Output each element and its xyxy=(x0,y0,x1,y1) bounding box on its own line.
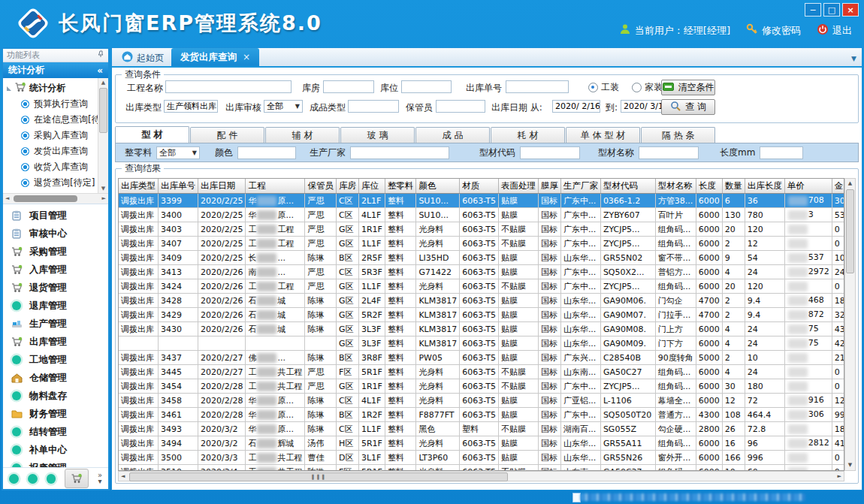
material-tab-7[interactable]: 单 体 型 材 xyxy=(566,127,640,143)
sidebar-item-审核中心[interactable]: 审核中心 xyxy=(3,225,108,243)
table-row[interactable]: 调拨出库34282020/2/26石城陈琳G区2L4F整料KLM38176063… xyxy=(119,294,844,308)
more-modules-button[interactable]: »▾ xyxy=(98,472,102,484)
radio-gongzhuang[interactable]: 工装 xyxy=(588,81,619,94)
sidebar-item-生产管理[interactable]: 生产管理 xyxy=(3,315,108,333)
material-tab-2[interactable]: 配 件 xyxy=(190,127,264,143)
scroll-thumb[interactable]: ❚❚❚ xyxy=(129,472,508,481)
cart-module-button[interactable] xyxy=(65,469,89,488)
tree-expander-icon[interactable] xyxy=(7,86,11,91)
sidebar-item-采购管理[interactable]: 采购管理 xyxy=(3,243,108,261)
column-header[interactable]: 长度 xyxy=(696,179,722,194)
tree-item[interactable]: 退货查询[待定] xyxy=(3,175,108,191)
column-header[interactable]: 出库单号 xyxy=(159,179,198,194)
column-header[interactable]: 膜厚 xyxy=(538,179,560,194)
material-tab-3[interactable]: 辅 材 xyxy=(265,127,340,143)
table-row[interactable]: 调拨出库35002020/3/3工共工程曹佳D区3L1F整料LT3P606063… xyxy=(119,451,844,465)
scroll-down-icon[interactable]: ▼ xyxy=(845,460,855,470)
module-dot-button[interactable] xyxy=(47,474,56,484)
whole-scrap-select[interactable]: 全部▼ xyxy=(156,146,200,159)
tab-close-icon[interactable]: × xyxy=(243,52,250,62)
table-row[interactable]: 调拨出库34072020/2/25工工程严思G区1L1F整料光身料6063-T5… xyxy=(119,237,844,251)
tree-item[interactable]: 预算执行查询 xyxy=(3,96,108,112)
sidebar-item-项目管理[interactable]: 项目管理 xyxy=(3,207,108,225)
manufacturer-input[interactable] xyxy=(350,146,449,159)
table-row[interactable]: 调拨出库34942020/3/2石辉城汤伟H区5R1F整料光身料6063-T5贴… xyxy=(119,436,844,451)
maximize-button[interactable]: □ xyxy=(823,3,840,17)
sidebar-item-财务管理[interactable]: 财务管理 xyxy=(3,405,108,423)
minimize-button[interactable]: − xyxy=(805,3,821,17)
column-header[interactable]: 整零料 xyxy=(385,179,416,194)
sidebar-item-结转管理[interactable]: 结转管理 xyxy=(3,423,108,441)
scroll-thumb[interactable] xyxy=(14,195,77,202)
sidebar-item-入库管理[interactable]: 入库管理 xyxy=(3,261,108,279)
length-input[interactable] xyxy=(760,146,803,159)
change-password-button[interactable]: 修改密码 xyxy=(746,23,801,38)
tree-vertical-scrollbar[interactable]: ▲ ▼ xyxy=(98,78,108,193)
table-row[interactable]: 调拨出库34932020/3/2华原...陈琳C区1L1F整料黑色塑料不贴膜国标… xyxy=(119,422,844,436)
column-header[interactable]: 材质 xyxy=(460,179,499,194)
column-header[interactable]: 颜色 xyxy=(416,179,460,194)
table-row[interactable]: 调拨出库34612020/2/28华原...陈琳B区1R2F整料F8877FT6… xyxy=(119,408,844,422)
project-name-input[interactable] xyxy=(165,80,292,93)
tab-list-caret-icon[interactable]: ▼ xyxy=(851,55,856,62)
scroll-right-icon[interactable]: ► xyxy=(102,194,106,204)
column-header[interactable]: 库位 xyxy=(358,179,385,194)
tab-home[interactable]: 起始页 xyxy=(114,50,171,66)
sidebar-item-补单中心[interactable]: 补单中心 xyxy=(3,441,108,459)
sidebar-item-退库管理[interactable]: 退库管理 xyxy=(3,297,108,315)
table-row[interactable]: 调拨出库33992020/2/25华原...严思C区2L1F整料SU10...6… xyxy=(119,194,844,208)
table-row[interactable]: 调拨出库34242020/2/26工工程严思G区1L1F整料光身料6063-T5… xyxy=(119,279,844,294)
tree-item[interactable]: 采购入库查询 xyxy=(3,128,108,143)
sidebar-item-仓储管理[interactable]: 仓储管理 xyxy=(3,369,108,387)
scroll-thumb[interactable] xyxy=(99,88,107,133)
table-row[interactable]: 调拨出库34452020/2/27工共工程严思F区5R1F整料光身料6063-T… xyxy=(119,365,844,379)
module-dot-button[interactable] xyxy=(9,474,19,484)
tree-item[interactable]: 在途信息查询[待 xyxy=(3,112,108,128)
sidebar-item-工地管理[interactable]: 工地管理 xyxy=(3,351,108,369)
material-tab-5[interactable]: 成 品 xyxy=(415,127,490,143)
warehouse-input[interactable] xyxy=(323,80,374,93)
tree-horizontal-scrollbar[interactable]: ◄ ► xyxy=(3,193,108,204)
color-input[interactable] xyxy=(237,146,296,159)
column-header[interactable]: 工程 xyxy=(246,179,305,194)
clear-conditions-button[interactable]: 清空条件 xyxy=(661,80,715,95)
column-header[interactable]: 金 xyxy=(832,179,844,194)
table-horizontal-scrollbar[interactable]: ◄ ❚❚❚ ► xyxy=(118,471,844,481)
pin-icon[interactable] xyxy=(97,50,104,60)
table-row[interactable]: 调拨出库34092020/2/25长...陈琳B区2R5F整料LI35HD606… xyxy=(119,251,844,265)
table-row[interactable]: 调拨出库34002020/2/25华原...严思C区4L1F整料SU10...6… xyxy=(119,208,844,222)
table-vertical-scrollbar[interactable]: ▲ ▼ xyxy=(844,178,856,471)
table-row[interactable]: G区3L3F整料KLM38176063-T5贴膜国标山东华...GA90M09.… xyxy=(119,337,844,351)
column-header[interactable]: 出库日期 xyxy=(198,179,246,194)
keeper-input[interactable] xyxy=(436,100,485,113)
column-header[interactable]: 表面处理 xyxy=(498,179,538,194)
table-row[interactable]: 调拨出库35102020/3/4工共工程陈琳F区5R1F整料光身料6063-T5… xyxy=(119,465,844,472)
scroll-thumb[interactable] xyxy=(846,189,854,273)
order-no-input[interactable] xyxy=(506,80,569,93)
table-row[interactable]: 调拨出库34032020/2/25工工程严思G区1R1F整料光身料6063-T5… xyxy=(119,222,844,237)
table-row[interactable]: 调拨出库34302020/2/26石城陈琳G区3L3F整料KLM38176063… xyxy=(119,322,844,337)
column-header[interactable]: 数量 xyxy=(722,179,745,194)
location-input[interactable] xyxy=(401,80,452,93)
tree-item[interactable]: 发货出库查询 xyxy=(3,143,108,159)
column-header[interactable]: 出库类型 xyxy=(119,179,159,194)
table-row[interactable]: 调拨出库34132020/2/26南...严思C区5R3F整料G71422606… xyxy=(119,265,844,279)
audit-select[interactable]: 全部▼ xyxy=(264,100,303,113)
scroll-left-icon[interactable]: ◄ xyxy=(5,194,9,204)
material-tab-4[interactable]: 玻 璃 xyxy=(340,127,415,143)
sidebar-item-报废管理[interactable]: 报废管理 xyxy=(3,459,108,467)
column-header[interactable]: 保管员 xyxy=(305,179,337,194)
table-row[interactable]: 调拨出库34292020/2/26石城陈琳G区5R2F整料KLM38176063… xyxy=(119,308,844,322)
profile-name-input[interactable] xyxy=(639,146,699,159)
column-header[interactable]: 型材名称 xyxy=(655,179,696,194)
scroll-left-icon[interactable]: ◄ xyxy=(121,472,125,481)
column-header[interactable]: 出库长度 xyxy=(745,179,784,194)
column-header[interactable]: 生产厂家 xyxy=(560,179,600,194)
stats-group-header[interactable]: 统计分析 « xyxy=(3,62,108,78)
column-header[interactable]: 单价 xyxy=(784,179,832,194)
date-from-picker[interactable]: 2020/ 2/16▼ xyxy=(552,100,600,113)
material-tab-1[interactable]: 型 材 xyxy=(115,126,189,143)
material-tab-8[interactable]: 隔 热 条 xyxy=(641,127,715,143)
outbound-type-select[interactable]: 生产领料出库▼ xyxy=(164,100,218,113)
search-button[interactable]: 查 询 xyxy=(661,99,715,115)
